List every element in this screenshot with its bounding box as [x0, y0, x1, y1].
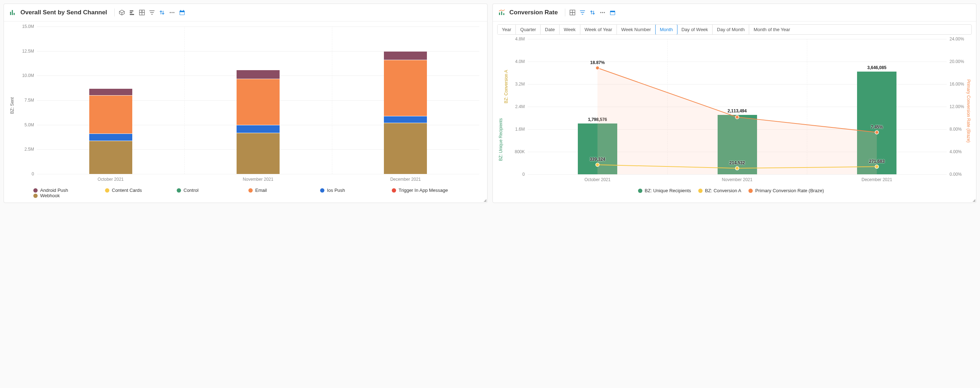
svg-rect-13 [183, 10, 184, 11]
svg-rect-14 [180, 12, 184, 15]
legend-item[interactable]: Control [177, 188, 241, 193]
panel-toolbar [563, 8, 617, 17]
time-grain-date[interactable]: Date [541, 25, 559, 34]
sort-icon[interactable] [157, 8, 167, 17]
filter-icon[interactable] [147, 8, 157, 17]
x-tick: December 2021 [390, 177, 421, 182]
toolbar-divider [565, 9, 565, 16]
y-tick-right: 12.00% [950, 104, 964, 109]
time-grain-week-of-year[interactable]: Week of Year [580, 25, 617, 34]
bar-segment [384, 116, 427, 123]
legend-label: Email [255, 188, 267, 193]
time-grain-week[interactable]: Week [560, 25, 580, 34]
y-tick-left: 2.4M [507, 104, 525, 109]
y-tick-left: 1.6M [507, 127, 525, 132]
legend-item[interactable]: Webhook [33, 193, 98, 198]
bar-segment [237, 70, 280, 79]
tile-icon[interactable] [137, 8, 147, 17]
panel-toolbar [112, 8, 187, 17]
chart-area: BZ: Sent 02.5M5.0M7.5M10.0M12.5M15.0MOct… [8, 24, 483, 185]
y-tick: 0 [16, 171, 34, 176]
y-tick: 12.5M [16, 49, 34, 54]
cube-icon[interactable] [117, 8, 127, 17]
legend-label: Trigger In App Message [399, 188, 448, 193]
y-axis-label-left-a: BZ: Unique Recipients [498, 118, 503, 161]
legend-item[interactable]: Email [248, 188, 313, 193]
more-icon[interactable] [598, 8, 608, 17]
calendar-icon[interactable] [608, 8, 617, 17]
calendar-icon[interactable] [177, 8, 187, 17]
svg-rect-3 [130, 10, 134, 11]
time-grain-selector: YearQuarterDateWeekWeek of YearWeek Numb… [497, 24, 972, 35]
legend-item[interactable]: BZ: Unique Recipients [638, 188, 691, 193]
chart-area: BZ: Unique Recipients BZ: Conversion A P… [497, 37, 972, 185]
bar-segment [384, 51, 427, 60]
svg-point-19 [600, 12, 601, 13]
conv-label: 271,683 [869, 159, 884, 164]
chart-legend: Android PushContent CardsControlEmailIos… [8, 188, 483, 198]
y-tick-left: 3.2M [507, 82, 525, 87]
bar-segment [384, 123, 427, 174]
filter-icon[interactable] [578, 8, 587, 17]
legend-label: Webhook [40, 193, 60, 198]
time-grain-month-of-the-year[interactable]: Month of the Year [749, 25, 794, 34]
resize-handle[interactable] [484, 199, 487, 202]
legend-item[interactable]: Android Push [33, 188, 98, 193]
y-tick-right: 0.00% [950, 172, 962, 177]
svg-rect-15 [499, 13, 500, 15]
conv-label: 339,324 [590, 157, 605, 162]
chart-legend: BZ: Unique RecipientsBZ: Conversion APri… [497, 188, 972, 193]
svg-point-25 [735, 115, 739, 119]
resize-handle[interactable] [972, 199, 975, 202]
time-grain-year[interactable]: Year [498, 25, 516, 34]
legend-item[interactable]: Primary Conversion Rate (Braze) [748, 188, 824, 193]
legend-item[interactable]: BZ: Conversion A [698, 188, 741, 193]
legend-swatch [638, 188, 642, 193]
svg-point-26 [875, 131, 878, 134]
legend-swatch [392, 188, 396, 193]
x-tick: December 2021 [861, 177, 892, 182]
legend-item[interactable]: Trigger In App Message [392, 188, 456, 193]
x-tick: October 2021 [584, 177, 611, 182]
svg-point-7 [170, 12, 170, 13]
tile-icon[interactable] [568, 8, 578, 17]
more-icon[interactable] [167, 8, 177, 17]
y-tick-right: 8.00% [950, 127, 962, 132]
legend-label: Primary Conversion Rate (Braze) [755, 188, 824, 193]
svg-rect-5 [130, 14, 134, 15]
sort-icon[interactable] [587, 8, 598, 17]
svg-rect-2 [14, 13, 15, 15]
legend-label: Android Push [40, 188, 68, 193]
svg-point-28 [735, 166, 739, 170]
bar-segment [89, 141, 132, 174]
legend-item[interactable]: Content Cards [105, 188, 170, 193]
legend-label: Control [183, 188, 199, 193]
line-overlay [528, 39, 947, 174]
time-grain-day-of-month[interactable]: Day of Month [713, 25, 749, 34]
legend-item[interactable]: Ios Push [320, 188, 385, 193]
time-grain-day-of-week[interactable]: Day of Week [677, 25, 713, 34]
x-tick: November 2021 [722, 177, 752, 182]
bar-segment [237, 133, 280, 174]
y-tick-left: 4.8M [507, 36, 525, 41]
svg-point-24 [596, 66, 599, 70]
legend-swatch [33, 194, 38, 198]
panel-body: YearQuarterDateWeekWeek of YearWeek Numb… [493, 22, 976, 198]
y-tick-left: 0 [507, 172, 525, 177]
rate-label: 18.87% [590, 60, 605, 65]
time-grain-quarter[interactable]: Quarter [516, 25, 541, 34]
bar-segment [89, 89, 132, 95]
hbar-icon[interactable] [127, 8, 137, 17]
svg-rect-4 [130, 12, 132, 13]
time-grain-month[interactable]: Month [655, 24, 678, 35]
y-tick-left: 800K [507, 149, 525, 154]
y-tick-left: 4.0M [507, 59, 525, 64]
y-tick-right: 4.00% [950, 149, 962, 154]
x-tick: October 2021 [97, 177, 124, 182]
time-grain-week-number[interactable]: Week Number [617, 25, 655, 34]
conv-label: 214,532 [729, 160, 745, 165]
panel-body: BZ: Sent 02.5M5.0M7.5M10.0M12.5M15.0MOct… [4, 22, 487, 203]
legend-label: BZ: Unique Recipients [645, 188, 691, 193]
legend-swatch [698, 188, 703, 193]
y-tick: 5.0M [16, 122, 34, 127]
